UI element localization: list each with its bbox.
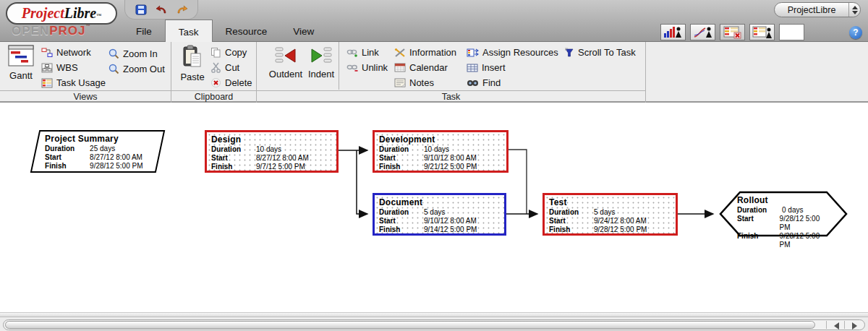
indent-button[interactable]: Indent <box>305 46 338 79</box>
gantt-button[interactable]: Gantt <box>4 45 38 81</box>
tab-task[interactable]: Task <box>165 20 213 42</box>
scroll-right-button[interactable] <box>846 322 862 330</box>
table-resource-view-button[interactable] <box>749 24 775 40</box>
scroll-left-icon <box>834 322 839 330</box>
outdent-button[interactable]: Outdent <box>267 46 305 79</box>
node-title: Test <box>545 195 676 208</box>
indent-label: Indent <box>305 69 338 79</box>
field-value-finish: 9/28/12 5:00 PM <box>594 225 647 234</box>
ribbon: Gantt Network WBS <box>0 42 868 103</box>
scrollbar-thumb[interactable] <box>5 321 815 329</box>
indent-icon <box>310 46 333 65</box>
save-icon <box>135 4 147 15</box>
wbs-label: WBS <box>56 62 78 73</box>
zoom-in-label: Zoom In <box>123 48 158 59</box>
field-value-duration: 0 days <box>782 206 803 215</box>
ribbon-tab-bar: File Task Resource View <box>123 21 327 42</box>
openproj-wordmark: OPENPROJ™ <box>12 24 90 38</box>
projectlibre-dropdown[interactable]: ProjectLibre <box>774 2 861 17</box>
copy-label: Copy <box>225 47 247 58</box>
blank-view-button[interactable] <box>779 24 804 40</box>
task-group-label: Task <box>257 90 645 103</box>
assign-resources-button[interactable]: Assign Resources <box>467 47 558 58</box>
outdent-icon <box>274 46 297 65</box>
horizontal-scrollbar[interactable] <box>3 319 865 330</box>
link-button[interactable]: Link <box>346 47 379 58</box>
field-value-duration: 5 days <box>424 208 445 217</box>
field-value-duration: 10 days <box>424 145 449 154</box>
field-label-duration: Duration <box>737 206 782 215</box>
zoom-in-button[interactable]: Zoom In <box>109 48 158 59</box>
resource-chart-view-button[interactable] <box>690 24 715 40</box>
projectlibre-logo: ProjectLibre™ <box>6 2 117 25</box>
cut-button[interactable]: Cut <box>210 62 239 73</box>
field-label-finish: Finish <box>211 163 256 171</box>
field-label-start: Start <box>737 215 780 232</box>
field-value-duration: 5 days <box>594 208 615 217</box>
field-value-finish: 9/21/12 5:00 PM <box>424 163 477 171</box>
delete-icon <box>210 77 221 88</box>
table-close-view-button[interactable] <box>720 24 745 40</box>
calendar-label: Calendar <box>409 62 448 73</box>
node-title: Project Summary <box>41 132 159 145</box>
notes-label: Notes <box>409 77 434 88</box>
find-button[interactable]: Find <box>467 77 501 88</box>
ribbon-group-clipboard: Paste Copy Cut Delete Clipboard <box>171 42 257 103</box>
paste-button[interactable]: Paste <box>177 45 208 82</box>
chart-resource-icon <box>693 26 713 38</box>
node-title: Development <box>375 132 506 145</box>
network-button[interactable]: Network <box>41 47 91 58</box>
title-bar: ProjectLibre™ OPENPROJ™ File Task Resour… <box>0 0 868 42</box>
field-value-duration: 25 days <box>90 145 115 153</box>
task-node-rollout[interactable]: Rollout Duration0 days Start9/28/12 5:00… <box>718 190 848 238</box>
tab-resource[interactable]: Resource <box>213 21 281 42</box>
tab-view[interactable]: View <box>280 21 327 42</box>
insert-button[interactable]: Insert <box>467 62 506 73</box>
scroll-to-task-label: Scroll To Task <box>578 47 636 58</box>
undo-button[interactable] <box>155 3 168 16</box>
unlink-button[interactable]: Unlink <box>346 62 388 73</box>
field-label-finish: Finish <box>379 163 424 171</box>
cut-label: Cut <box>225 62 239 73</box>
information-button[interactable]: Information <box>394 47 456 58</box>
assign-resources-label: Assign Resources <box>482 47 558 58</box>
copy-button[interactable]: Copy <box>210 47 247 58</box>
field-label-start: Start <box>379 154 424 163</box>
field-value-finish: 9/14/12 5:00 PM <box>424 225 477 234</box>
table-resource-icon <box>752 26 773 39</box>
clipboard-group-label: Clipboard <box>171 90 256 103</box>
gantt-icon <box>8 45 34 66</box>
node-title: Design <box>207 132 336 145</box>
find-icon <box>467 79 479 87</box>
views-group-label: Views <box>0 90 171 103</box>
task-usage-button[interactable]: Task Usage <box>41 77 106 88</box>
calendar-button[interactable]: Calendar <box>394 62 448 73</box>
scroll-left-button[interactable] <box>828 322 844 330</box>
scroll-to-task-button[interactable]: Scroll To Task <box>564 47 636 58</box>
help-button[interactable]: ? <box>849 26 862 39</box>
unlink-label: Unlink <box>362 62 388 73</box>
view-shortcut-toolbar <box>660 24 804 40</box>
task-node-development[interactable]: Development Duration10 days Start9/10/12… <box>373 130 509 173</box>
task-node-test[interactable]: Test Duration5 days Start9/24/12 8:00 AM… <box>542 193 678 236</box>
wbs-button[interactable]: WBS <box>41 62 78 73</box>
network-icon <box>41 48 53 58</box>
notes-button[interactable]: Notes <box>394 77 434 88</box>
logo-trademark: ™ <box>96 13 101 19</box>
task-node-design[interactable]: Design Duration10 days Start8/27/12 8:00… <box>205 130 339 173</box>
outdent-label: Outdent <box>267 69 305 79</box>
task-node-document[interactable]: Document Duration5 days Start9/10/12 8:0… <box>373 193 506 236</box>
redo-button[interactable] <box>175 3 188 16</box>
tab-file[interactable]: File <box>123 21 165 42</box>
openproj-trademark: ™ <box>85 24 90 28</box>
information-label: Information <box>409 47 456 58</box>
save-button[interactable] <box>135 3 148 16</box>
resource-histogram-view-button[interactable] <box>660 24 686 40</box>
zoom-out-icon <box>109 64 119 74</box>
delete-button[interactable]: Delete <box>210 77 252 88</box>
ribbon-group-task: Outdent Indent Link <box>257 42 646 103</box>
task-usage-label: Task Usage <box>56 77 106 88</box>
field-value-start: 8/27/12 8:00 AM <box>90 153 142 162</box>
zoom-out-button[interactable]: Zoom Out <box>109 64 165 74</box>
task-node-project-summary[interactable]: Project Summary Duration25 days Start8/2… <box>30 130 166 173</box>
